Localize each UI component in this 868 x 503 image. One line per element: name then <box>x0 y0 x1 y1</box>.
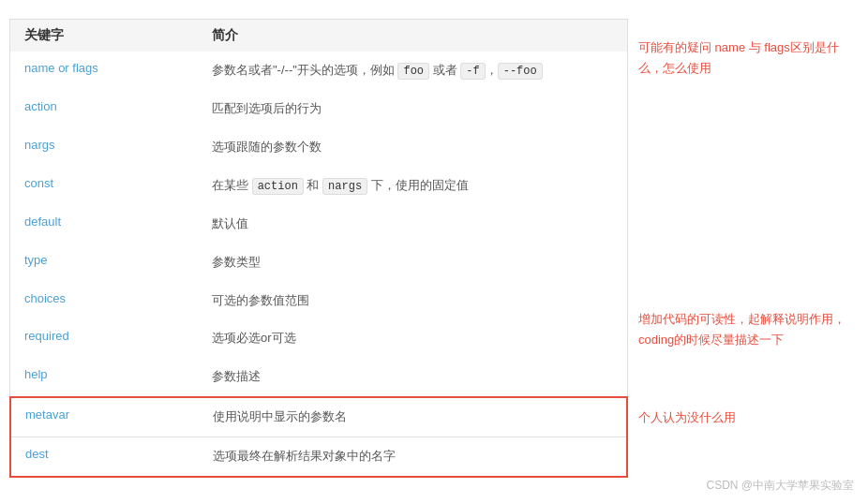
desc-cell: 选项最终在解析结果对象中的名字 <box>199 447 626 466</box>
desc-cell: 参数描述 <box>198 367 627 387</box>
keyword-cell: help <box>10 367 198 381</box>
table-row: default 默认值 <box>9 205 628 244</box>
code-foo2: --foo <box>498 63 543 80</box>
keyword-cell: choices <box>10 291 198 305</box>
desc-cell: 选项必选or可选 <box>198 329 627 348</box>
desc-cell: 默认值 <box>198 215 627 234</box>
table-row: action 匹配到选项后的行为 <box>9 90 628 128</box>
desc-cell: 选项跟随的参数个数 <box>198 138 627 157</box>
highlighted-section: metavar 使用说明中显示的参数名 dest 选项最终在解析结果对象中的名字 <box>9 396 628 478</box>
keyword-cell: required <box>10 329 198 343</box>
table-row: name or flags 参数名或者"-/--"开头的选项，例如 foo 或者… <box>9 52 628 90</box>
desc-cell: 使用说明中显示的参数名 <box>199 407 626 427</box>
keyword-cell: name or flags <box>10 61 198 75</box>
table-row: help 参数描述 <box>9 358 628 396</box>
table-row: type 参数类型 <box>9 244 628 282</box>
annotation-middle: 增加代码的可读性，起解释说明作用，coding的时候尽量描述一下 <box>638 309 854 350</box>
desc-column-header: 简介 <box>198 20 627 52</box>
keyword-cell: action <box>10 99 198 113</box>
table-row: const 在某些 action 和 nargs 下，使用的固定值 <box>9 167 628 205</box>
table-row-dest: dest 选项最终在解析结果对象中的名字 <box>11 437 626 476</box>
table-row: choices 可选的参数值范围 <box>9 282 628 320</box>
desc-cell: 参数名或者"-/--"开头的选项，例如 foo 或者 -f，--foo <box>198 61 627 81</box>
keyword-cell: default <box>10 215 198 229</box>
desc-cell: 匹配到选项后的行为 <box>198 99 627 119</box>
keyword-cell: metavar <box>11 407 199 427</box>
desc-cell: 可选的参数值范围 <box>198 291 627 311</box>
code-foo: foo <box>397 63 429 80</box>
csdn-watermark: CSDN @中南大学苹果实验室 <box>706 478 854 494</box>
table-row: required 选项必选or可选 <box>9 319 628 358</box>
keyword-cell: dest <box>11 447 199 466</box>
keyword-column-header: 关键字 <box>10 20 198 52</box>
desc-cell: 在某些 action 和 nargs 下，使用的固定值 <box>198 176 627 196</box>
table-row-metavar: metavar 使用说明中显示的参数名 <box>11 398 626 437</box>
keyword-cell: nargs <box>10 138 198 152</box>
code-action: action <box>252 178 304 195</box>
keyword-cell: type <box>10 253 198 267</box>
keyword-cell: const <box>10 176 198 190</box>
code-f: -f <box>460 63 485 80</box>
desc-cell: 参数类型 <box>198 253 627 273</box>
table-row: nargs 选项跟随的参数个数 <box>9 128 628 167</box>
code-nargs: nargs <box>322 178 367 195</box>
annotation-top: 可能有的疑问 name 与 flags区别是什么，怎么使用 <box>638 37 854 79</box>
annotation-bottom: 个人认为没什么用 <box>638 407 854 428</box>
